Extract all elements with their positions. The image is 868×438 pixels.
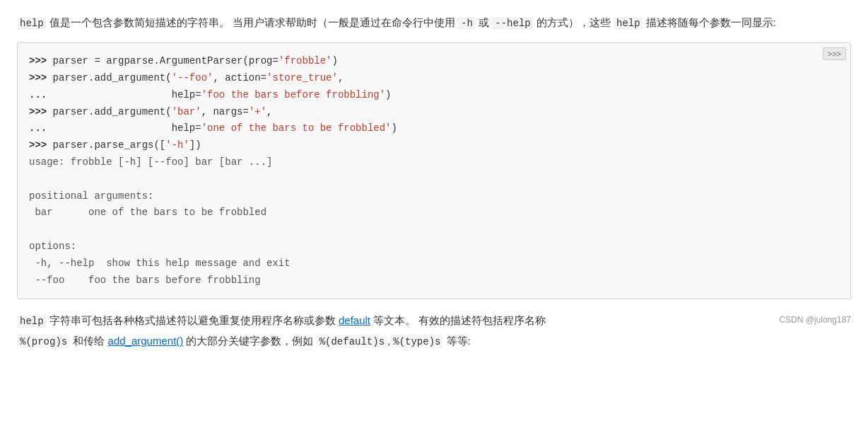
type-format: %(type)s — [390, 335, 443, 348]
help-keyword3: help — [17, 315, 47, 328]
default-format: %(default)s — [317, 335, 387, 348]
bottom-text: CSDN @julong187 help 字符串可包括各种格式描述符以避免重复使… — [17, 311, 851, 351]
help-keyword2: help — [614, 17, 643, 30]
help-flag: --help — [492, 17, 533, 30]
h-flag: -h — [458, 17, 476, 30]
intro-paragraph: help 值是一个包含参数简短描述的字符串。 当用户请求帮助时（一般是通过在命令… — [17, 13, 851, 33]
default-link[interactable]: default — [339, 314, 370, 326]
add-argument-link[interactable]: add_argument() — [108, 335, 184, 347]
prog-format: %(prog)s — [17, 335, 70, 348]
code-block-container: >>> >>> parser = argparse.ArgumentParser… — [17, 42, 851, 299]
expand-button[interactable]: >>> — [823, 47, 846, 60]
bottom-paragraph: CSDN @julong187 help 字符串可包括各种格式描述符以避免重复使… — [17, 311, 851, 351]
code-block: >>> parser = argparse.ArgumentParser(pro… — [18, 43, 850, 299]
help-keyword: help — [17, 17, 47, 30]
intro-text: help 值是一个包含参数简短描述的字符串。 当用户请求帮助时（一般是通过在命令… — [17, 13, 851, 33]
watermark: CSDN @julong187 — [779, 312, 851, 328]
